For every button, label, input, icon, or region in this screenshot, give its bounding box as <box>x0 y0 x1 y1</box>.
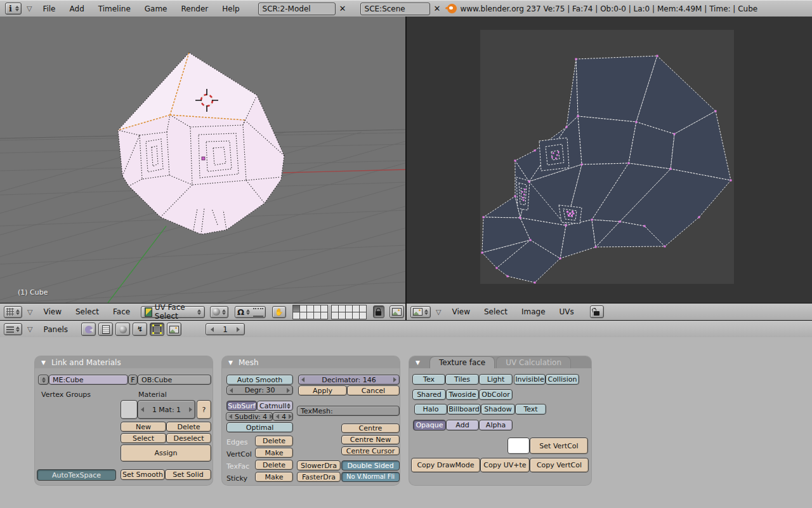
subdiv-stepper[interactable]: Subdiv: 4 <box>226 412 273 421</box>
tab-texture-face[interactable]: Texture face <box>429 356 495 368</box>
object-context-button[interactable]: ↯ <box>133 323 147 336</box>
menu-view[interactable]: View <box>445 307 476 316</box>
sticky-make-button[interactable]: Make <box>255 472 293 482</box>
menu-game[interactable]: Game <box>138 4 174 13</box>
assign-button[interactable]: Assign <box>121 444 211 462</box>
decimator-cancel-button[interactable]: Cancel <box>347 385 400 396</box>
halo-toggle[interactable]: Halo <box>414 404 447 415</box>
vgroup-new-button[interactable]: New <box>121 422 166 432</box>
mesh-browse-button[interactable] <box>38 375 49 385</box>
menu-render[interactable]: Render <box>174 4 216 13</box>
header-collapse-icon[interactable]: ▽ <box>27 308 32 316</box>
panels-label[interactable]: Panels <box>36 325 75 334</box>
scene-context-button[interactable] <box>167 323 181 336</box>
editing-context-button[interactable] <box>150 323 164 336</box>
no-vnormal-flip-toggle[interactable]: No V.Normal Fli <box>341 472 400 482</box>
panel-header[interactable]: ▼ Link and Materials <box>35 356 213 368</box>
double-sided-toggle[interactable]: Double Sided <box>341 460 400 471</box>
set-smooth-button[interactable]: Set Smooth <box>121 469 165 480</box>
script-context-button[interactable] <box>98 323 113 336</box>
subsurf-toggle[interactable]: SubSurf <box>226 401 257 411</box>
invisible-toggle[interactable]: Invisible <box>514 374 546 385</box>
material-count-stepper[interactable]: 1 Mat: 1 <box>138 400 195 419</box>
header-collapse-icon[interactable]: ▽ <box>27 325 32 333</box>
menu-uvs[interactable]: UVs <box>553 307 581 316</box>
copy-drawmode-button[interactable]: Copy DrawMode <box>411 458 480 472</box>
faster-draw-button[interactable]: FasterDra <box>297 472 341 482</box>
area-divider[interactable] <box>405 17 407 320</box>
draw-type-button[interactable] <box>210 306 228 318</box>
frame-number-stepper[interactable]: 1 <box>206 323 245 335</box>
screen-close-icon[interactable]: ✕ <box>336 4 350 13</box>
editor-type-button-buttons[interactable] <box>4 323 22 335</box>
mesh-name-field[interactable]: ME:Cube <box>49 375 128 385</box>
mode-dropdown[interactable]: UV Face Select <box>141 306 205 318</box>
text-toggle[interactable]: Text <box>515 404 546 415</box>
vertcol-color-swatch[interactable] <box>508 438 530 454</box>
vgroup-select-button[interactable]: Select <box>121 433 166 443</box>
header-collapse-icon[interactable]: ▽ <box>436 308 441 316</box>
obcolor-toggle[interactable]: ObColor <box>479 389 513 400</box>
menu-select[interactable]: Select <box>69 307 106 316</box>
header-collapse-icon[interactable]: ▽ <box>27 4 32 13</box>
copy-vertcol-button[interactable]: Copy VertCol <box>530 458 589 472</box>
proportional-edit-button[interactable]: Ω <box>235 306 266 318</box>
light-toggle[interactable]: Light <box>479 374 513 385</box>
vgroup-delete-button[interactable]: Delete <box>166 422 211 432</box>
render-preview-button[interactable] <box>390 305 404 318</box>
menu-file[interactable]: File <box>36 4 62 13</box>
window-type-button[interactable]: i <box>5 3 22 15</box>
scene-close-icon[interactable]: ✕ <box>430 4 445 13</box>
menu-timeline[interactable]: Timeline <box>91 4 138 13</box>
tab-uv-calculation[interactable]: UV Calculation <box>496 356 571 368</box>
shadow-toggle[interactable]: Shadow <box>481 404 515 415</box>
texfac-delete-button[interactable]: Delete <box>255 460 293 470</box>
menu-add[interactable]: Add <box>63 4 91 13</box>
menu-select[interactable]: Select <box>477 307 514 316</box>
shared-toggle[interactable]: Shared <box>412 389 446 400</box>
fake-user-button[interactable]: F <box>128 375 138 385</box>
centre-cursor-button[interactable]: Centre Cursor <box>341 446 400 455</box>
menu-help[interactable]: Help <box>215 4 246 13</box>
decimator-apply-button[interactable]: Apply <box>298 385 347 396</box>
opaque-toggle[interactable]: Opaque <box>413 420 446 431</box>
auto-smooth-toggle[interactable]: Auto Smooth <box>226 375 293 385</box>
manipulator-button[interactable]: ✋ <box>272 306 286 318</box>
menu-view[interactable]: View <box>36 307 68 316</box>
edges-delete-button[interactable]: Delete <box>255 436 293 446</box>
copy-uvtex-button[interactable]: Copy UV+te <box>480 458 530 472</box>
lock-view-button[interactable] <box>373 305 384 318</box>
editor-type-button-3d[interactable] <box>4 306 22 318</box>
update-lock-button[interactable] <box>590 305 604 318</box>
menu-image[interactable]: Image <box>514 307 553 316</box>
vgroup-deselect-button[interactable]: Deselect <box>166 433 211 443</box>
add-toggle[interactable]: Add <box>446 420 479 431</box>
tiles-toggle[interactable]: Tiles <box>445 374 479 385</box>
vertcol-make-button[interactable]: Make <box>255 448 293 458</box>
layer-buttons-group-2[interactable] <box>331 305 367 319</box>
centre-new-button[interactable]: Centre New <box>341 435 400 444</box>
decimator-slider[interactable]: Decimator: 146 <box>298 375 400 385</box>
tex-toggle[interactable]: Tex <box>412 374 445 385</box>
object-name-field[interactable]: OB:Cube <box>138 375 211 385</box>
layer-buttons-group-1[interactable] <box>292 305 328 319</box>
subsurf-type-dropdown[interactable]: Catmull <box>257 401 293 411</box>
panel-header[interactable]: ▼ Texture face UV Calculation <box>409 356 591 368</box>
slower-draw-button[interactable]: SlowerDra <box>297 460 341 471</box>
panel-header[interactable]: ▼ Mesh <box>222 356 400 368</box>
set-vertcol-button[interactable]: Set VertCol <box>530 438 588 454</box>
alpha-toggle[interactable]: Alpha <box>479 420 513 431</box>
set-solid-button[interactable]: Set Solid <box>165 469 211 480</box>
screen-selector[interactable]: SCR:2-Model <box>258 3 336 15</box>
collision-toggle[interactable]: Collision <box>546 374 579 385</box>
render-level-stepper[interactable]: 4 <box>273 412 293 421</box>
editor-type-button-uv[interactable] <box>410 306 431 318</box>
twoside-toggle[interactable]: Twoside <box>446 389 479 400</box>
viewport-3d[interactable]: (1) Cube <box>0 17 406 303</box>
material-help-button[interactable]: ? <box>197 400 211 419</box>
scene-selector[interactable]: SCE:Scene <box>360 3 430 15</box>
optimal-toggle[interactable]: Optimal <box>226 422 293 432</box>
logic-context-button[interactable] <box>81 323 96 336</box>
menu-face[interactable]: Face <box>106 307 137 316</box>
centre-button[interactable]: Centre <box>341 424 400 433</box>
